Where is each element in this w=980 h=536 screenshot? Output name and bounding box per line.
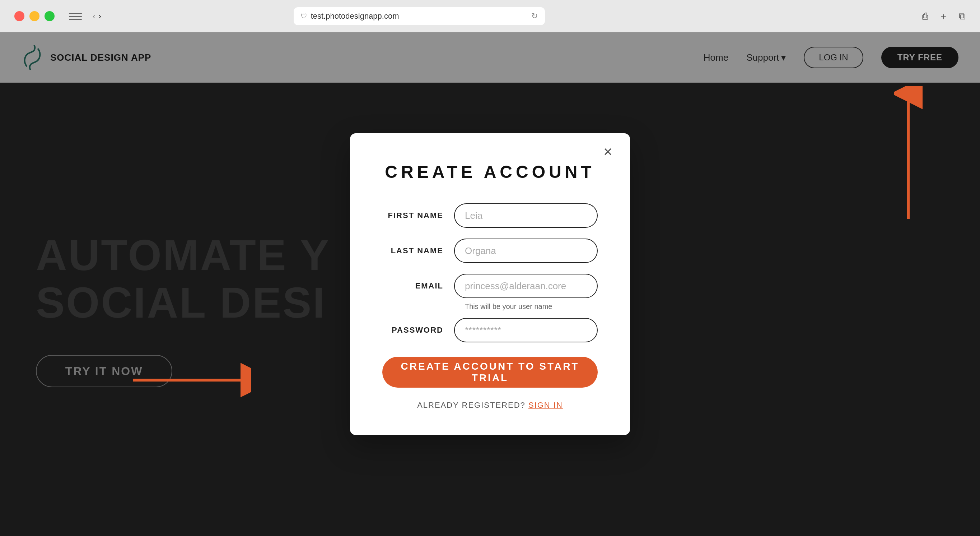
- back-button[interactable]: ‹: [92, 11, 95, 21]
- nav-arrows: ‹ ›: [92, 11, 101, 21]
- modal-title: CREATE ACCOUNT: [382, 162, 598, 182]
- close-button[interactable]: [14, 11, 24, 21]
- maximize-button[interactable]: [45, 11, 54, 21]
- annotation-arrow-up: [894, 86, 923, 224]
- refresh-icon[interactable]: ↻: [531, 11, 538, 21]
- minimize-button[interactable]: [29, 11, 40, 21]
- email-row: EMAIL: [382, 274, 598, 298]
- modal-overlay: ✕ CREATE ACCOUNT FIRST NAME LAST NAME EM…: [0, 32, 980, 536]
- email-hint: This will be your user name: [465, 303, 598, 311]
- first-name-row: FIRST NAME: [382, 203, 598, 228]
- security-icon: 🛡: [301, 13, 307, 20]
- email-label: EMAIL: [382, 281, 454, 290]
- already-registered-text: ALREADY REGISTERED? SIGN IN: [382, 400, 598, 410]
- first-name-input[interactable]: [454, 203, 598, 228]
- new-tab-icon[interactable]: ＋: [939, 10, 948, 22]
- url-display: test.photodesignapp.com: [311, 11, 399, 21]
- last-name-label: LAST NAME: [382, 246, 454, 255]
- password-row: PASSWORD: [382, 318, 598, 342]
- modal-close-button[interactable]: ✕: [600, 144, 616, 160]
- address-bar[interactable]: 🛡 test.photodesignapp.com ↻: [294, 7, 545, 25]
- annotation-arrow-right: [129, 362, 251, 399]
- share-icon[interactable]: ⎙: [922, 11, 928, 22]
- traffic-lights: [14, 11, 54, 21]
- sign-in-link[interactable]: SIGN IN: [528, 400, 563, 410]
- email-input[interactable]: [454, 274, 598, 298]
- tabs-icon[interactable]: ⧉: [959, 11, 966, 22]
- forward-button[interactable]: ›: [99, 11, 101, 21]
- first-name-label: FIRST NAME: [382, 211, 454, 220]
- password-input[interactable]: [454, 318, 598, 342]
- browser-chrome-bar: ‹ › 🛡 test.photodesignapp.com ↻ ⎙ ＋ ⧉: [0, 0, 980, 32]
- browser-actions: ⎙ ＋ ⧉: [922, 10, 966, 22]
- password-label: PASSWORD: [382, 325, 454, 335]
- create-account-modal: ✕ CREATE ACCOUNT FIRST NAME LAST NAME EM…: [350, 133, 630, 435]
- last-name-row: LAST NAME: [382, 239, 598, 263]
- sidebar-toggle[interactable]: [69, 11, 82, 21]
- last-name-input[interactable]: [454, 239, 598, 263]
- create-account-button[interactable]: CREATE ACCOUNT TO START TRIAL: [382, 357, 598, 388]
